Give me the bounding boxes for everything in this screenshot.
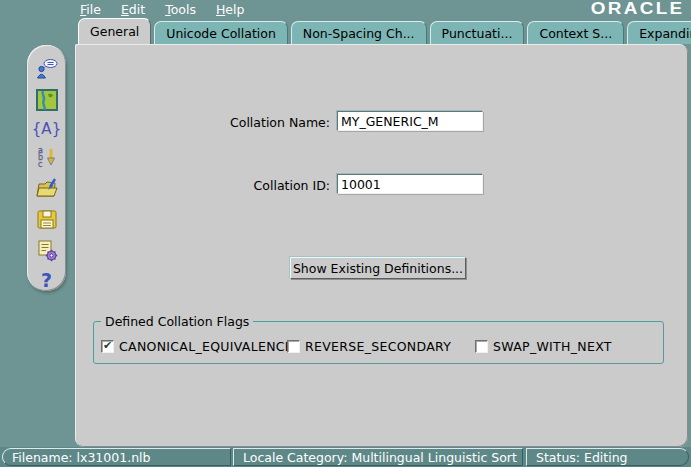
checkbox-label: CANONICAL_EQUIVALENCE — [119, 339, 293, 354]
status-locale-category: Locale Category: Multilingual Linguistic… — [233, 448, 523, 466]
tab-bar: General Unicode Collation Non-Spacing Ch… — [78, 18, 688, 44]
reverse-secondary-checkbox[interactable]: REVERSE_SECONDARY — [287, 339, 451, 354]
tab-unicode-collation[interactable]: Unicode Collation — [154, 21, 288, 44]
character-set-glyph: {A} — [32, 120, 61, 138]
tab-general[interactable]: General — [78, 18, 151, 44]
tab-label: Punctuati... — [442, 26, 513, 41]
checkbox-label: REVERSE_SECONDARY — [305, 339, 451, 354]
linguistic-sort-icon[interactable]: a b c — [35, 145, 59, 169]
checkbox-box[interactable] — [475, 340, 488, 353]
status-filename: Filename: lx31001.nlb — [2, 448, 231, 466]
checkbox-box[interactable] — [101, 340, 114, 353]
menu-edit[interactable]: Edit — [121, 2, 145, 17]
territory-map-icon[interactable] — [35, 88, 59, 112]
help-icon[interactable]: ? — [35, 269, 59, 291]
svg-text:c: c — [38, 160, 42, 169]
show-existing-definitions-button[interactable]: Show Existing Definitions... — [290, 257, 466, 279]
generate-nlb-icon[interactable] — [35, 238, 59, 262]
menu-help[interactable]: Help — [216, 2, 245, 17]
tab-label: Non-Spacing Ch... — [303, 26, 415, 41]
character-set-icon[interactable]: {A} — [35, 119, 59, 138]
oracle-logo: ORACLE — [591, 0, 685, 18]
tab-punctuation[interactable]: Punctuati... — [430, 21, 525, 44]
menu-tools[interactable]: Tools — [165, 2, 196, 17]
general-tab-panel: Collation Name: Collation ID: Show Exist… — [75, 44, 688, 447]
defined-collation-flags-group: Defined Collation Flags CANONICAL_EQUIVA… — [93, 321, 664, 364]
new-language-wizard-icon[interactable] — [35, 57, 59, 81]
help-glyph: ? — [41, 269, 52, 291]
tab-non-spacing[interactable]: Non-Spacing Ch... — [291, 21, 427, 44]
checkbox-label: SWAP_WITH_NEXT — [493, 339, 612, 354]
checkbox-box[interactable] — [287, 340, 300, 353]
side-toolbar: {A} a b c — [27, 45, 66, 291]
save-icon[interactable] — [35, 207, 59, 231]
canonical-equivalence-checkbox[interactable]: CANONICAL_EQUIVALENCE — [101, 339, 293, 354]
tab-label: Expanding... — [639, 26, 691, 41]
tab-label: General — [90, 24, 139, 39]
tab-label: Unicode Collation — [166, 26, 276, 41]
collation-id-label: Collation ID: — [170, 178, 330, 193]
menu-file[interactable]: File — [80, 2, 101, 17]
swap-with-next-checkbox[interactable]: SWAP_WITH_NEXT — [475, 339, 612, 354]
collation-id-input[interactable] — [337, 174, 483, 194]
collation-name-input[interactable] — [337, 111, 483, 131]
tab-label: Context S... — [539, 26, 612, 41]
status-bar: Filename: lx31001.nlb Locale Category: M… — [0, 447, 691, 467]
menu-bar: File Edit Tools Help — [0, 0, 691, 18]
tab-context-sensitive[interactable]: Context S... — [527, 21, 624, 44]
collation-name-label: Collation Name: — [170, 115, 330, 130]
tab-expanding[interactable]: Expanding... — [627, 21, 691, 44]
open-file-icon[interactable] — [35, 176, 59, 200]
group-title: Defined Collation Flags — [101, 314, 253, 329]
status-editing-state: Status: Editing — [526, 448, 689, 466]
